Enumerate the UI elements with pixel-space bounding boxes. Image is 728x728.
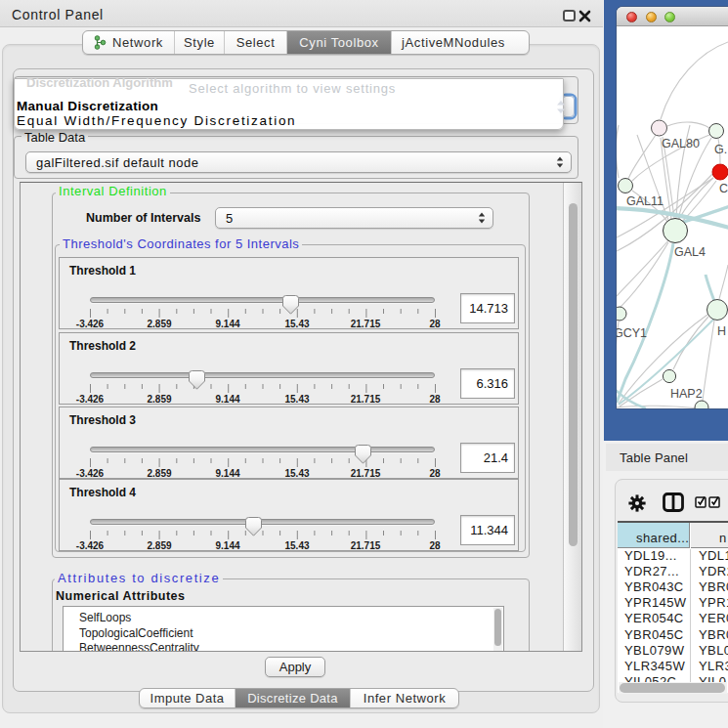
svg-text:G.: G.: [714, 143, 727, 156]
svg-text:GAL80: GAL80: [662, 137, 700, 150]
svg-text:HAP2: HAP2: [670, 387, 703, 401]
svg-text:H: H: [717, 324, 726, 338]
svg-text:C: C: [719, 182, 728, 195]
svg-text:GCY1: GCY1: [617, 326, 647, 340]
svg-text:GAL11: GAL11: [626, 194, 664, 208]
svg-text:GAL4: GAL4: [674, 245, 706, 259]
